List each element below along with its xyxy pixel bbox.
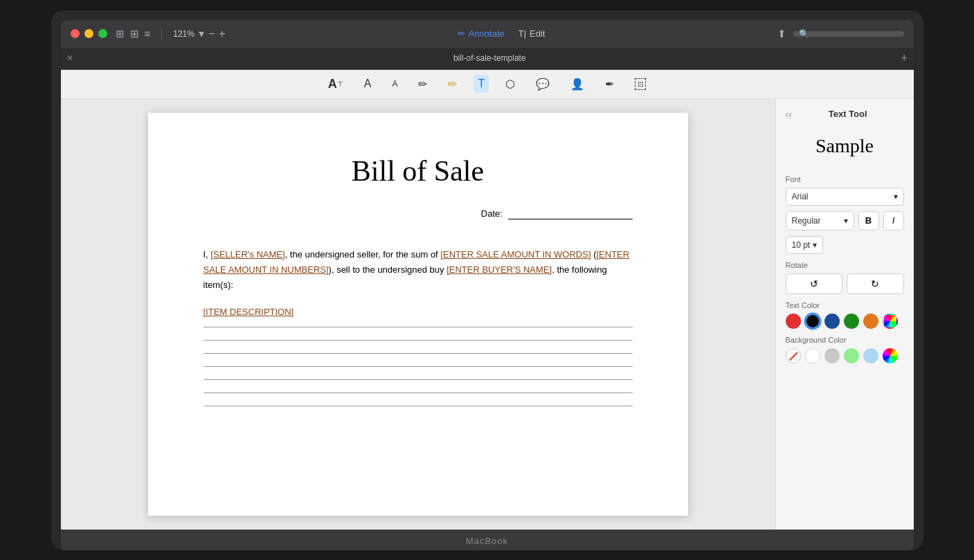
- date-label: Date:: [481, 208, 503, 219]
- rotate-right-button[interactable]: ↻: [847, 273, 904, 294]
- document-body: I, [SELLER's NAME], the undersigned sell…: [204, 247, 633, 293]
- bg-color-row: [786, 348, 904, 363]
- tab-close-button[interactable]: ✕: [66, 53, 73, 63]
- share-icon[interactable]: ⬆: [777, 28, 786, 40]
- font-style-dropdown[interactable]: Regular ▾: [786, 211, 854, 231]
- zoom-decrease-button[interactable]: −: [208, 28, 215, 39]
- annotate-button[interactable]: ✏ Annotate: [458, 28, 505, 39]
- doc-line-3: [204, 353, 633, 354]
- bg-color-white[interactable]: [805, 348, 820, 363]
- select-icon: ⊡: [635, 78, 646, 90]
- font-name-dropdown[interactable]: Arial ▾: [786, 188, 904, 206]
- edit-button[interactable]: T| Edit: [518, 28, 545, 39]
- item-description: [ITEM DESCRIPTION]: [204, 307, 633, 317]
- text-resize-icon: A: [328, 77, 337, 91]
- list-view-icon[interactable]: ≡: [145, 28, 151, 39]
- panel-title: Text Tool: [792, 109, 904, 119]
- font-size-chevron: ▾: [813, 240, 817, 250]
- font-section-label: Font: [786, 175, 904, 183]
- doc-line-4: [204, 366, 633, 367]
- text-color-orange[interactable]: [863, 314, 878, 329]
- tab-bar: ✕ bill-of-sale-template +: [61, 48, 914, 70]
- text-color-black-selected[interactable]: [805, 314, 820, 329]
- bg-color-label: Background Color: [786, 336, 904, 344]
- bold-button[interactable]: B: [858, 211, 879, 231]
- tab-title: bill-of-sale-template: [79, 53, 901, 63]
- text-color-section: Text Color: [786, 301, 904, 329]
- sale-amount-words-placeholder: [ENTER SALE AMOUNT IN WORDS]: [440, 249, 590, 260]
- pencil-icon: ✏: [418, 78, 427, 91]
- text-resize-tool-button[interactable]: A⊤: [324, 74, 348, 94]
- shape-tool-button[interactable]: ⬡: [501, 75, 519, 93]
- zoom-control[interactable]: 121% ▾ − +: [173, 28, 225, 39]
- bg-color-blue[interactable]: [863, 348, 878, 363]
- search-icon: 🔍: [799, 29, 809, 39]
- font-style-row: Regular ▾ B I: [786, 211, 904, 231]
- text-color-label: Text Color: [786, 301, 904, 309]
- font-dropdown-chevron: ▾: [894, 192, 898, 201]
- signature-icon: 👤: [570, 78, 584, 91]
- italic-button[interactable]: I: [883, 211, 904, 231]
- document-area[interactable]: Bill of Sale Date: I, [SELLER's NAME], t…: [61, 99, 775, 530]
- comment-icon: 💬: [536, 78, 550, 91]
- text-large-icon: A: [364, 78, 372, 90]
- zoom-dropdown-icon[interactable]: ▾: [199, 28, 204, 39]
- font-style-value: Regular: [792, 216, 821, 226]
- pencil-tool-button[interactable]: ✏: [414, 75, 431, 93]
- titlebar-right: ⬆ 🔍: [777, 28, 904, 40]
- panel-collapse-icon[interactable]: ‹‹: [786, 109, 792, 120]
- highlighter-tool-button[interactable]: ✏: [444, 75, 461, 93]
- font-size-row: 10 pt ▾: [786, 236, 904, 254]
- text-color-red[interactable]: [786, 314, 801, 329]
- text-small-button[interactable]: A: [388, 76, 402, 91]
- text-small-icon: A: [392, 79, 397, 89]
- rotate-right-icon: ↻: [871, 278, 879, 289]
- bg-color-green[interactable]: [844, 348, 859, 363]
- font-preview: Sample: [786, 128, 904, 164]
- doc-line-5: [204, 379, 633, 380]
- new-tab-button[interactable]: +: [901, 51, 908, 66]
- text-tool-button[interactable]: T: [474, 75, 489, 93]
- text-color-darkblue[interactable]: [824, 314, 840, 329]
- sidebar-toggle-icon[interactable]: ⊞: [116, 28, 125, 40]
- rotate-left-button[interactable]: ↺: [786, 273, 843, 294]
- minimize-button[interactable]: [84, 29, 93, 38]
- select-tool-button[interactable]: ⊡: [631, 75, 650, 93]
- rotate-left-icon: ↺: [810, 278, 818, 289]
- zoom-increase-button[interactable]: +: [219, 28, 225, 39]
- buyer-name-placeholder: [ENTER BUYER'S NAME]: [447, 264, 552, 275]
- macbook-bottom-bar: MacBook: [61, 530, 914, 550]
- draw-icon: ✒: [605, 78, 614, 91]
- font-name-value: Arial: [792, 192, 809, 201]
- document-title: Bill of Sale: [204, 154, 633, 188]
- search-box[interactable]: 🔍: [793, 31, 904, 37]
- date-line: [508, 208, 633, 219]
- annotation-toolbar: A⊤ A A ✏ ✏ T ⬡ 💬 👤: [61, 70, 914, 99]
- close-button[interactable]: [71, 29, 80, 38]
- doc-line-2: [204, 340, 633, 341]
- edit-label: Edit: [530, 28, 545, 39]
- titlebar: ⊞ ⊞ ≡ 121% ▾ − + ✏ Annotate T| Edit: [61, 20, 914, 48]
- comment-tool-button[interactable]: 💬: [532, 75, 554, 93]
- text-insert-icon: T: [478, 78, 485, 90]
- draw-tool-button[interactable]: ✒: [601, 75, 618, 93]
- edit-icon: T|: [518, 28, 526, 39]
- text-color-green[interactable]: [844, 314, 859, 329]
- font-size-dropdown[interactable]: 10 pt ▾: [786, 236, 824, 254]
- doc-line-7: [204, 406, 633, 406]
- bg-color-gray[interactable]: [824, 348, 840, 363]
- grid-view-icon[interactable]: ⊞: [130, 28, 139, 40]
- text-color-rainbow[interactable]: [883, 314, 898, 329]
- maximize-button[interactable]: [98, 29, 107, 38]
- bg-color-none[interactable]: [786, 348, 801, 363]
- zoom-value: 121%: [173, 29, 195, 39]
- traffic-lights: [71, 29, 107, 38]
- document-date: Date:: [204, 208, 633, 219]
- signature-tool-button[interactable]: 👤: [566, 75, 588, 93]
- font-size-value: 10 pt: [792, 240, 811, 250]
- text-large-button[interactable]: A: [360, 75, 376, 93]
- annotate-icon: ✏: [458, 28, 465, 39]
- rotate-label: Rotate: [786, 261, 904, 269]
- rotate-section: Rotate ↺ ↻: [786, 261, 904, 294]
- bg-color-rainbow[interactable]: [883, 348, 898, 363]
